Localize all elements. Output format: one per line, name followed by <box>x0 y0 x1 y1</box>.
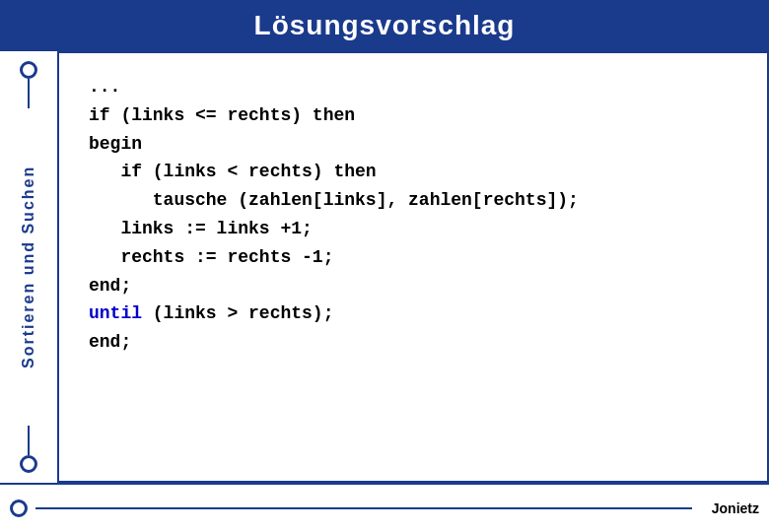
sidebar: Sortieren und Suchen <box>0 51 59 483</box>
code-line-5: tausche (zahlen[links], zahlen[rechts]); <box>89 186 737 215</box>
footer-label: Jonietz <box>712 500 769 516</box>
page: Lösungsvorschlag Sortieren und Suchen ..… <box>0 0 769 532</box>
body: Sortieren und Suchen ... if (links <= re… <box>0 51 769 483</box>
code-line-3: begin <box>89 130 737 159</box>
sidebar-label: Sortieren und Suchen <box>20 79 37 455</box>
code-line-8: end; <box>89 272 737 300</box>
code-line-1: ... <box>89 73 737 101</box>
code-block: ... if (links <= rechts) then begin if (… <box>89 73 737 357</box>
code-line-2: if (links <= rechts) then <box>89 101 737 130</box>
footer: Jonietz <box>0 483 769 532</box>
footer-line <box>35 507 692 509</box>
until-keyword: until <box>89 303 142 323</box>
code-line-7: rechts := rechts -1; <box>89 243 737 272</box>
header-title: Lösungsvorschlag <box>0 0 769 51</box>
code-line-4: if (links < rechts) then <box>89 158 737 186</box>
code-line-10: end; <box>89 328 737 357</box>
code-line-6: links := links +1; <box>89 215 737 243</box>
footer-circle-icon <box>10 499 28 517</box>
code-line-9: until (links > rechts); <box>89 299 737 328</box>
sidebar-line-bottom <box>28 426 30 455</box>
circle-top-icon <box>20 61 37 79</box>
circle-bottom-icon <box>20 455 37 473</box>
title-text: Lösungsvorschlag <box>254 10 516 40</box>
main-content: ... if (links <= rechts) then begin if (… <box>59 51 769 483</box>
